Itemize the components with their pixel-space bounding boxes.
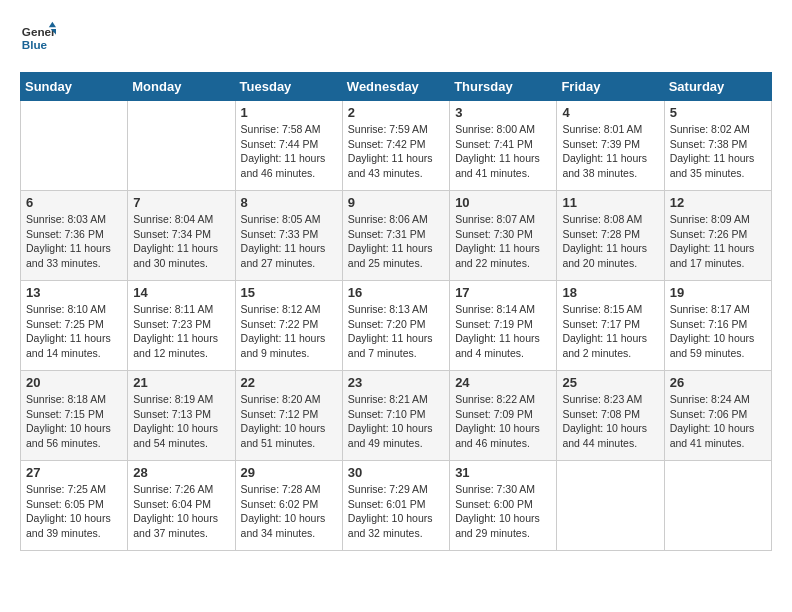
day-number: 4 xyxy=(562,105,658,120)
day-info: Sunrise: 7:30 AMSunset: 6:00 PMDaylight:… xyxy=(455,482,551,541)
day-number: 28 xyxy=(133,465,229,480)
day-number: 29 xyxy=(241,465,337,480)
day-info: Sunrise: 8:09 AMSunset: 7:26 PMDaylight:… xyxy=(670,212,766,271)
day-info: Sunrise: 8:15 AMSunset: 7:17 PMDaylight:… xyxy=(562,302,658,361)
day-info: Sunrise: 8:02 AMSunset: 7:38 PMDaylight:… xyxy=(670,122,766,181)
day-info: Sunrise: 7:58 AMSunset: 7:44 PMDaylight:… xyxy=(241,122,337,181)
calendar-cell: 12Sunrise: 8:09 AMSunset: 7:26 PMDayligh… xyxy=(664,191,771,281)
calendar-week-row: 20Sunrise: 8:18 AMSunset: 7:15 PMDayligh… xyxy=(21,371,772,461)
calendar-cell: 19Sunrise: 8:17 AMSunset: 7:16 PMDayligh… xyxy=(664,281,771,371)
calendar-cell: 20Sunrise: 8:18 AMSunset: 7:15 PMDayligh… xyxy=(21,371,128,461)
day-info: Sunrise: 8:12 AMSunset: 7:22 PMDaylight:… xyxy=(241,302,337,361)
day-number: 24 xyxy=(455,375,551,390)
day-info: Sunrise: 8:01 AMSunset: 7:39 PMDaylight:… xyxy=(562,122,658,181)
day-info: Sunrise: 8:11 AMSunset: 7:23 PMDaylight:… xyxy=(133,302,229,361)
calendar-cell xyxy=(21,101,128,191)
calendar-cell xyxy=(128,101,235,191)
calendar-cell: 13Sunrise: 8:10 AMSunset: 7:25 PMDayligh… xyxy=(21,281,128,371)
day-number: 10 xyxy=(455,195,551,210)
day-info: Sunrise: 8:20 AMSunset: 7:12 PMDaylight:… xyxy=(241,392,337,451)
calendar-cell: 25Sunrise: 8:23 AMSunset: 7:08 PMDayligh… xyxy=(557,371,664,461)
calendar-week-row: 27Sunrise: 7:25 AMSunset: 6:05 PMDayligh… xyxy=(21,461,772,551)
day-header-friday: Friday xyxy=(557,73,664,101)
calendar-cell: 5Sunrise: 8:02 AMSunset: 7:38 PMDaylight… xyxy=(664,101,771,191)
calendar-cell: 6Sunrise: 8:03 AMSunset: 7:36 PMDaylight… xyxy=(21,191,128,281)
day-info: Sunrise: 8:03 AMSunset: 7:36 PMDaylight:… xyxy=(26,212,122,271)
day-info: Sunrise: 8:18 AMSunset: 7:15 PMDaylight:… xyxy=(26,392,122,451)
calendar-week-row: 6Sunrise: 8:03 AMSunset: 7:36 PMDaylight… xyxy=(21,191,772,281)
day-info: Sunrise: 8:21 AMSunset: 7:10 PMDaylight:… xyxy=(348,392,444,451)
page-header: General Blue xyxy=(20,20,772,56)
calendar-cell: 23Sunrise: 8:21 AMSunset: 7:10 PMDayligh… xyxy=(342,371,449,461)
day-number: 21 xyxy=(133,375,229,390)
day-number: 18 xyxy=(562,285,658,300)
calendar-cell: 7Sunrise: 8:04 AMSunset: 7:34 PMDaylight… xyxy=(128,191,235,281)
day-number: 5 xyxy=(670,105,766,120)
calendar-cell: 31Sunrise: 7:30 AMSunset: 6:00 PMDayligh… xyxy=(450,461,557,551)
day-info: Sunrise: 7:26 AMSunset: 6:04 PMDaylight:… xyxy=(133,482,229,541)
calendar-cell: 28Sunrise: 7:26 AMSunset: 6:04 PMDayligh… xyxy=(128,461,235,551)
day-number: 14 xyxy=(133,285,229,300)
svg-text:Blue: Blue xyxy=(22,38,48,51)
day-header-thursday: Thursday xyxy=(450,73,557,101)
day-header-tuesday: Tuesday xyxy=(235,73,342,101)
calendar-cell: 10Sunrise: 8:07 AMSunset: 7:30 PMDayligh… xyxy=(450,191,557,281)
day-number: 23 xyxy=(348,375,444,390)
day-number: 22 xyxy=(241,375,337,390)
calendar-cell: 29Sunrise: 7:28 AMSunset: 6:02 PMDayligh… xyxy=(235,461,342,551)
day-info: Sunrise: 8:13 AMSunset: 7:20 PMDaylight:… xyxy=(348,302,444,361)
calendar-cell: 1Sunrise: 7:58 AMSunset: 7:44 PMDaylight… xyxy=(235,101,342,191)
day-number: 19 xyxy=(670,285,766,300)
calendar-cell xyxy=(664,461,771,551)
calendar-header-row: SundayMondayTuesdayWednesdayThursdayFrid… xyxy=(21,73,772,101)
day-info: Sunrise: 7:29 AMSunset: 6:01 PMDaylight:… xyxy=(348,482,444,541)
calendar-cell: 22Sunrise: 8:20 AMSunset: 7:12 PMDayligh… xyxy=(235,371,342,461)
day-info: Sunrise: 8:06 AMSunset: 7:31 PMDaylight:… xyxy=(348,212,444,271)
day-number: 8 xyxy=(241,195,337,210)
day-info: Sunrise: 8:04 AMSunset: 7:34 PMDaylight:… xyxy=(133,212,229,271)
calendar-cell: 14Sunrise: 8:11 AMSunset: 7:23 PMDayligh… xyxy=(128,281,235,371)
day-info: Sunrise: 7:59 AMSunset: 7:42 PMDaylight:… xyxy=(348,122,444,181)
calendar-cell: 2Sunrise: 7:59 AMSunset: 7:42 PMDaylight… xyxy=(342,101,449,191)
calendar-table: SundayMondayTuesdayWednesdayThursdayFrid… xyxy=(20,72,772,551)
day-header-wednesday: Wednesday xyxy=(342,73,449,101)
calendar-week-row: 1Sunrise: 7:58 AMSunset: 7:44 PMDaylight… xyxy=(21,101,772,191)
logo: General Blue xyxy=(20,20,62,56)
day-number: 31 xyxy=(455,465,551,480)
day-info: Sunrise: 8:10 AMSunset: 7:25 PMDaylight:… xyxy=(26,302,122,361)
calendar-cell: 30Sunrise: 7:29 AMSunset: 6:01 PMDayligh… xyxy=(342,461,449,551)
calendar-cell: 17Sunrise: 8:14 AMSunset: 7:19 PMDayligh… xyxy=(450,281,557,371)
day-info: Sunrise: 7:25 AMSunset: 6:05 PMDaylight:… xyxy=(26,482,122,541)
day-number: 16 xyxy=(348,285,444,300)
calendar-cell: 26Sunrise: 8:24 AMSunset: 7:06 PMDayligh… xyxy=(664,371,771,461)
day-info: Sunrise: 8:07 AMSunset: 7:30 PMDaylight:… xyxy=(455,212,551,271)
day-info: Sunrise: 8:05 AMSunset: 7:33 PMDaylight:… xyxy=(241,212,337,271)
day-number: 13 xyxy=(26,285,122,300)
day-number: 3 xyxy=(455,105,551,120)
day-info: Sunrise: 8:24 AMSunset: 7:06 PMDaylight:… xyxy=(670,392,766,451)
day-number: 11 xyxy=(562,195,658,210)
calendar-cell: 8Sunrise: 8:05 AMSunset: 7:33 PMDaylight… xyxy=(235,191,342,281)
day-number: 26 xyxy=(670,375,766,390)
calendar-cell: 27Sunrise: 7:25 AMSunset: 6:05 PMDayligh… xyxy=(21,461,128,551)
day-info: Sunrise: 8:19 AMSunset: 7:13 PMDaylight:… xyxy=(133,392,229,451)
day-info: Sunrise: 8:22 AMSunset: 7:09 PMDaylight:… xyxy=(455,392,551,451)
day-number: 20 xyxy=(26,375,122,390)
calendar-cell: 11Sunrise: 8:08 AMSunset: 7:28 PMDayligh… xyxy=(557,191,664,281)
calendar-cell: 18Sunrise: 8:15 AMSunset: 7:17 PMDayligh… xyxy=(557,281,664,371)
calendar-cell xyxy=(557,461,664,551)
calendar-cell: 3Sunrise: 8:00 AMSunset: 7:41 PMDaylight… xyxy=(450,101,557,191)
day-info: Sunrise: 8:00 AMSunset: 7:41 PMDaylight:… xyxy=(455,122,551,181)
logo-icon: General Blue xyxy=(20,20,56,56)
day-number: 6 xyxy=(26,195,122,210)
calendar-cell: 4Sunrise: 8:01 AMSunset: 7:39 PMDaylight… xyxy=(557,101,664,191)
day-header-sunday: Sunday xyxy=(21,73,128,101)
calendar-cell: 15Sunrise: 8:12 AMSunset: 7:22 PMDayligh… xyxy=(235,281,342,371)
day-number: 30 xyxy=(348,465,444,480)
day-number: 2 xyxy=(348,105,444,120)
day-number: 25 xyxy=(562,375,658,390)
day-number: 1 xyxy=(241,105,337,120)
day-info: Sunrise: 8:23 AMSunset: 7:08 PMDaylight:… xyxy=(562,392,658,451)
day-number: 9 xyxy=(348,195,444,210)
day-info: Sunrise: 8:14 AMSunset: 7:19 PMDaylight:… xyxy=(455,302,551,361)
